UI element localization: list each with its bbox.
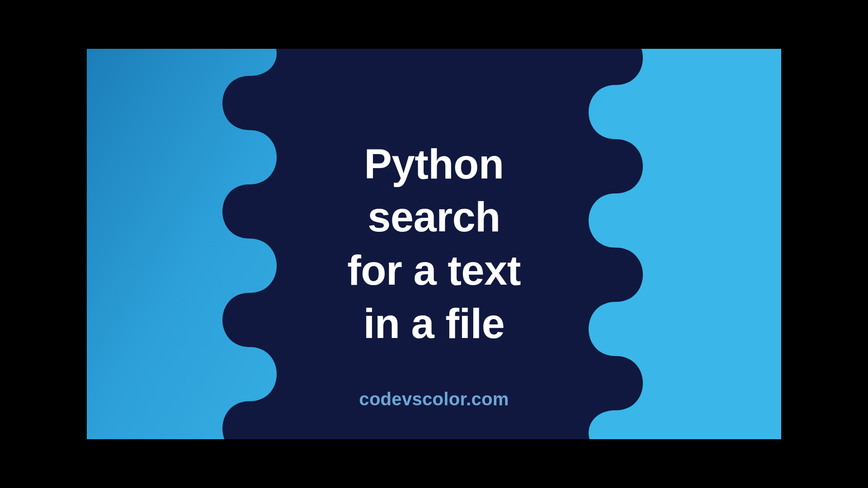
title-line-3: for a text xyxy=(347,247,521,293)
brand-label: codevscolor.com xyxy=(87,389,781,409)
hero-canvas: Python search for a text in a file codev… xyxy=(87,49,781,439)
hero-title: Python search for a text in a file xyxy=(347,138,521,351)
hero-content: Python search for a text in a file xyxy=(87,49,781,439)
title-line-4: in a file xyxy=(363,300,505,347)
title-line-2: search xyxy=(368,194,500,240)
title-line-1: Python xyxy=(364,141,504,187)
